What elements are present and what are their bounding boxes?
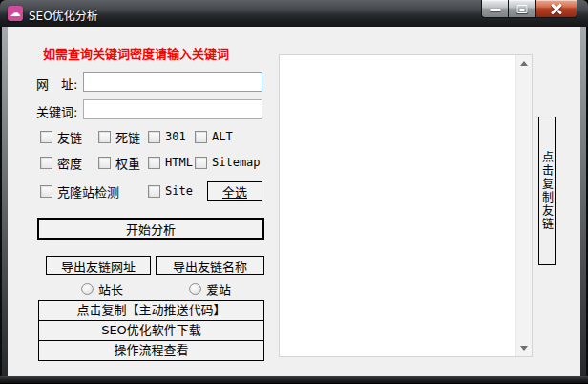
scroll-down-button[interactable] — [516, 340, 532, 356]
url-label: 网 址: — [36, 75, 77, 93]
radio-label: 站长 — [98, 280, 123, 298]
checkbox-density[interactable]: 密度 — [40, 156, 82, 169]
checkbox-box — [148, 185, 160, 198]
keyword-density-notice: 如需查询关键词密度请输入关键词 — [43, 44, 229, 62]
app-window: ☁ SEO优化分析 如需查询关键词密度请输入关键词 网 址: 关键词: 友链 死… — [0, 0, 588, 384]
download-software-button[interactable]: SEO优化软件下载 — [39, 320, 263, 340]
checkbox-label: 克隆站检测 — [57, 182, 119, 201]
window-border-left — [0, 27, 8, 376]
keyword-input[interactable] — [83, 99, 262, 119]
cloud-icon: ☁ — [8, 6, 23, 21]
checkbox-label: HTML — [165, 156, 193, 169]
checkbox-alt[interactable]: ALT — [195, 130, 233, 143]
window-border-right — [580, 27, 588, 376]
radio-zhanzhang[interactable]: 站长 — [81, 282, 123, 295]
start-analysis-button[interactable]: 开始分析 — [37, 218, 264, 240]
keyword-label: 关键词: — [36, 102, 77, 120]
copy-push-code-button[interactable]: 点击复制【主动推送代码】 — [39, 301, 263, 320]
checkbox-label: ALT — [212, 130, 233, 143]
radio-label: 爱站 — [206, 280, 231, 298]
checkbox-box — [195, 131, 207, 143]
up-arrow-icon — [520, 61, 528, 66]
checkbox-box — [40, 185, 52, 198]
minimize-icon — [490, 9, 500, 11]
view-workflow-button[interactable]: 操作流程查看 — [39, 340, 263, 360]
minimize-button[interactable] — [481, 0, 509, 18]
url-input[interactable] — [83, 72, 262, 92]
export-link-urls-button[interactable]: 导出友链网址 — [46, 256, 151, 275]
checkbox-box — [195, 157, 207, 169]
output-scrollbar[interactable] — [515, 55, 532, 356]
checkbox-box — [148, 131, 160, 143]
down-arrow-icon — [520, 346, 528, 351]
maximize-button[interactable] — [508, 0, 536, 18]
checkbox-sitemap[interactable]: Sitemap — [195, 156, 261, 169]
checkbox-dead-links[interactable]: 死链 — [98, 130, 140, 143]
checkbox-html[interactable]: HTML — [148, 156, 193, 169]
checkbox-clone-site-detect[interactable]: 克隆站检测 — [40, 184, 119, 198]
scroll-up-button[interactable] — [516, 55, 532, 72]
window-title: SEO优化分析 — [29, 7, 98, 23]
close-button[interactable] — [536, 0, 578, 18]
radio-circle — [189, 283, 201, 295]
radio-circle — [81, 283, 94, 295]
checkbox-label: 301 — [165, 130, 186, 143]
close-icon — [550, 3, 563, 15]
copy-friend-links-button[interactable]: 点击复制友链 — [538, 117, 556, 265]
checkbox-label: 死链 — [116, 128, 140, 146]
checkbox-label: 密度 — [57, 154, 82, 172]
checkbox-label: 权重 — [116, 154, 140, 172]
title-bar[interactable]: ☁ SEO优化分析 — [0, 0, 588, 27]
checkbox-301[interactable]: 301 — [148, 130, 186, 143]
checkbox-friend-links[interactable]: 友链 — [40, 130, 82, 143]
checkbox-weight[interactable]: 权重 — [98, 156, 140, 169]
select-all-button[interactable]: 全选 — [207, 181, 262, 201]
window-border-bottom — [0, 376, 588, 384]
checkbox-label: Sitemap — [212, 156, 261, 169]
client-area: 如需查询关键词密度请输入关键词 网 址: 关键词: 友链 死链 301 ALT … — [8, 27, 580, 376]
checkbox-box — [40, 131, 52, 143]
bottom-button-stack: 点击复制【主动推送代码】 SEO优化软件下载 操作流程查看 — [38, 300, 264, 361]
maximize-icon — [517, 5, 528, 13]
radio-aizhan[interactable]: 爱站 — [189, 282, 231, 295]
checkbox-box — [98, 131, 111, 143]
checkbox-box — [148, 157, 160, 169]
checkbox-label: 友链 — [57, 128, 82, 146]
checkbox-site[interactable]: Site — [148, 184, 193, 198]
analysis-output-text — [282, 57, 513, 354]
checkbox-label: Site — [165, 184, 193, 198]
checkbox-box — [40, 157, 52, 169]
analysis-output-box[interactable] — [279, 54, 533, 357]
export-link-names-button[interactable]: 导出友链名称 — [156, 256, 264, 275]
checkbox-box — [98, 157, 111, 169]
